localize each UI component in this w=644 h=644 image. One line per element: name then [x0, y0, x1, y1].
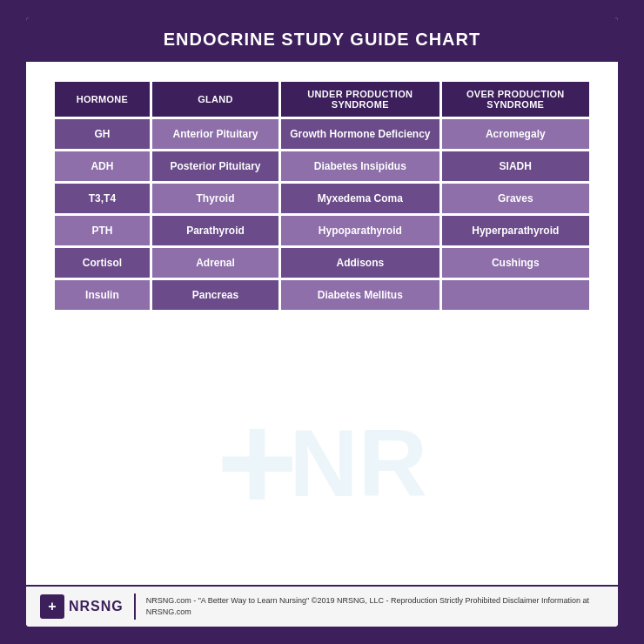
page-title: ENDOCRINE STUDY GUIDE CHART: [35, 30, 609, 50]
study-guide-table: HORMONE GLAND UNDER PRODUCTION SYNDROME …: [52, 79, 592, 312]
watermark-text: NR: [289, 415, 427, 511]
footer-cross-icon: +: [40, 594, 64, 619]
header-gland: GLAND: [152, 82, 278, 117]
table-row: GHAnterior PituitaryGrowth Hormone Defic…: [55, 119, 589, 149]
cell-gland: Posterior Pituitary: [152, 151, 278, 181]
cell-gland: Thyroid: [152, 184, 278, 213]
cell-hormone: T3,T4: [55, 184, 150, 213]
cell-gland: Anterior Pituitary: [152, 119, 278, 149]
card-header: ENDOCRINE STUDY GUIDE CHART: [26, 17, 618, 62]
card-footer: + NRSNG NRSNG.com - "A Better Way to Lea…: [26, 585, 618, 627]
footer-divider: [134, 594, 136, 620]
table-row: InsulinPancreasDiabetes Mellitus: [55, 280, 589, 310]
cell-gland: Adrenal: [152, 248, 278, 278]
table-row: CortisolAdrenalAddisonsCushings: [55, 248, 589, 278]
cell-over: Acromegaly: [442, 119, 589, 149]
watermark-cross-icon: +: [217, 393, 298, 533]
footer-brand: NRSNG: [69, 599, 124, 614]
cell-over: Cushings: [442, 248, 589, 278]
cell-under: Growth Hormone Deficiency: [281, 119, 439, 149]
cell-under: Diabetes Insipidus: [281, 151, 439, 181]
header-under: UNDER PRODUCTION SYNDROME: [281, 82, 439, 117]
footer-text: NRSNG.com - "A Better Way to Learn Nursi…: [146, 595, 604, 619]
cell-hormone: Cortisol: [55, 248, 150, 278]
card-body: + NR HORMONE GLAND UNDER PRODUCTION SYND…: [26, 62, 618, 585]
table-row: T3,T4ThyroidMyxedema ComaGraves: [55, 184, 589, 213]
cell-over: [442, 280, 589, 310]
cell-gland: Pancreas: [152, 280, 278, 310]
cell-under: Addisons: [281, 248, 439, 278]
cell-hormone: GH: [55, 119, 150, 149]
cell-hormone: Insulin: [55, 280, 150, 310]
watermark: + NR: [217, 393, 427, 533]
footer-logo: + NRSNG: [40, 594, 124, 619]
cell-under: Hypoparathyroid: [281, 216, 439, 245]
cell-gland: Parathyroid: [152, 216, 278, 245]
cell-over: Hyperparathyroid: [442, 216, 589, 245]
cell-over: Graves: [442, 184, 589, 213]
cell-under: Diabetes Mellitus: [281, 280, 439, 310]
table-header-row: HORMONE GLAND UNDER PRODUCTION SYNDROME …: [55, 82, 589, 117]
cell-over: SIADH: [442, 151, 589, 181]
cell-under: Myxedema Coma: [281, 184, 439, 213]
card: ENDOCRINE STUDY GUIDE CHART + NR HORMONE…: [26, 17, 618, 627]
table-row: ADHPosterior PituitaryDiabetes Insipidus…: [55, 151, 589, 181]
header-hormone: HORMONE: [55, 82, 150, 117]
table-row: PTHParathyroidHypoparathyroidHyperparath…: [55, 216, 589, 245]
cell-hormone: PTH: [55, 216, 150, 245]
header-over: OVER PRODUCTION SYNDROME: [442, 82, 589, 117]
cell-hormone: ADH: [55, 151, 150, 181]
